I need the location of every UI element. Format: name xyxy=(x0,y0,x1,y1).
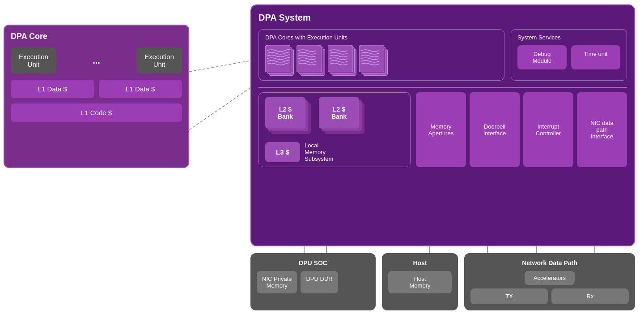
dpa-cores-inner: DPA Cores with Execution Units xyxy=(258,29,504,81)
l1-data-row: L1 Data $ L1 Data $ xyxy=(11,80,182,98)
services-row: DebugModule Time unit xyxy=(517,45,620,69)
dpu-soc-title: DPU SOC xyxy=(257,259,369,267)
svg-rect-17 xyxy=(265,45,290,72)
interrupt-controller-box: InterruptController xyxy=(523,92,573,167)
dpa-system-middle: L2 $Bank L2 $Bank L3 $ LocalMemorySubsys… xyxy=(258,92,627,167)
exec-units-row: ExecutionUnit ... ExecutionUnit xyxy=(11,47,182,73)
l1-data-2: L1 Data $ xyxy=(99,80,182,98)
core-stack-2 xyxy=(297,45,324,76)
host-inner: HostMemory xyxy=(388,271,452,293)
core-stack-3 xyxy=(328,45,356,76)
dpu-soc-box: DPU SOC NIC PrivateMemory DPU DDR xyxy=(250,253,376,310)
l2-bank-stack-1: L2 $Bank xyxy=(265,97,314,138)
exec-unit-2: ExecutionUnit xyxy=(136,47,182,73)
system-services-title: System Services xyxy=(517,34,620,41)
dots-label: ... xyxy=(61,56,132,66)
rx-box: Rx xyxy=(551,288,629,304)
host-title: Host xyxy=(388,259,452,267)
dpa-core-box: DPA Core ExecutionUnit ... ExecutionUnit… xyxy=(4,25,189,168)
ndp-box: Network Data Path Accelerators TX Rx xyxy=(464,253,635,310)
dpa-system-title: DPA System xyxy=(258,13,627,23)
host-box: Host HostMemory xyxy=(382,253,458,310)
doorbell-interface-box: DoorbellInterface xyxy=(470,92,520,167)
svg-rect-19 xyxy=(328,45,353,72)
dpu-soc-inner: NIC PrivateMemory DPU DDR xyxy=(257,271,369,293)
local-memory-subsystem: L2 $Bank L2 $Bank L3 $ LocalMemorySubsys… xyxy=(258,92,411,167)
memory-apertures-box: MemoryApertures xyxy=(416,92,466,167)
debug-module-box: DebugModule xyxy=(517,45,567,69)
tx-box: TX xyxy=(470,288,548,304)
core-stack-4 xyxy=(359,45,387,76)
accelerators-box: Accelerators xyxy=(525,271,575,285)
local-memory-label: LocalMemorySubsystem xyxy=(305,142,333,162)
bottom-row: DPU SOC NIC PrivateMemory DPU DDR Host H… xyxy=(250,253,635,310)
dpu-ddr-box: DPU DDR xyxy=(301,271,338,293)
nic-datapath-box: NIC datapathInterface xyxy=(577,92,627,167)
ndp-title: Network Data Path xyxy=(470,259,629,267)
l3-row: L3 $ LocalMemorySubsystem xyxy=(265,142,404,162)
l2-bank-stack-2: L2 $Bank xyxy=(319,97,368,138)
svg-rect-20 xyxy=(359,45,384,72)
exec-unit-1: ExecutionUnit xyxy=(11,47,56,73)
l1-data-1: L1 Data $ xyxy=(11,80,94,98)
cores-icons-row xyxy=(265,45,498,76)
l3-box: L3 $ xyxy=(265,142,300,162)
divider xyxy=(258,87,627,88)
ndp-accelerators-row: Accelerators xyxy=(470,271,629,285)
time-unit-box: Time unit xyxy=(571,45,620,69)
nic-private-memory-box: NIC PrivateMemory xyxy=(257,271,297,293)
dpa-core-title: DPA Core xyxy=(11,32,182,41)
interfaces-area: MemoryApertures DoorbellInterface Interr… xyxy=(416,92,627,167)
system-services-inner: System Services DebugModule Time unit xyxy=(511,29,627,81)
dpa-system-box: DPA System DPA Cores with Execution Unit… xyxy=(250,4,635,246)
dpa-system-top: DPA Cores with Execution Units xyxy=(258,29,627,81)
l2-banks-area: L2 $Bank L2 $Bank xyxy=(265,97,404,138)
svg-rect-18 xyxy=(297,45,322,72)
host-memory-box: HostMemory xyxy=(388,271,452,293)
ndp-tx-rx-row: TX Rx xyxy=(470,288,629,304)
dpa-cores-inner-title: DPA Cores with Execution Units xyxy=(265,34,498,41)
core-stack-1 xyxy=(265,45,293,76)
l1-code: L1 Code $ xyxy=(11,103,182,122)
